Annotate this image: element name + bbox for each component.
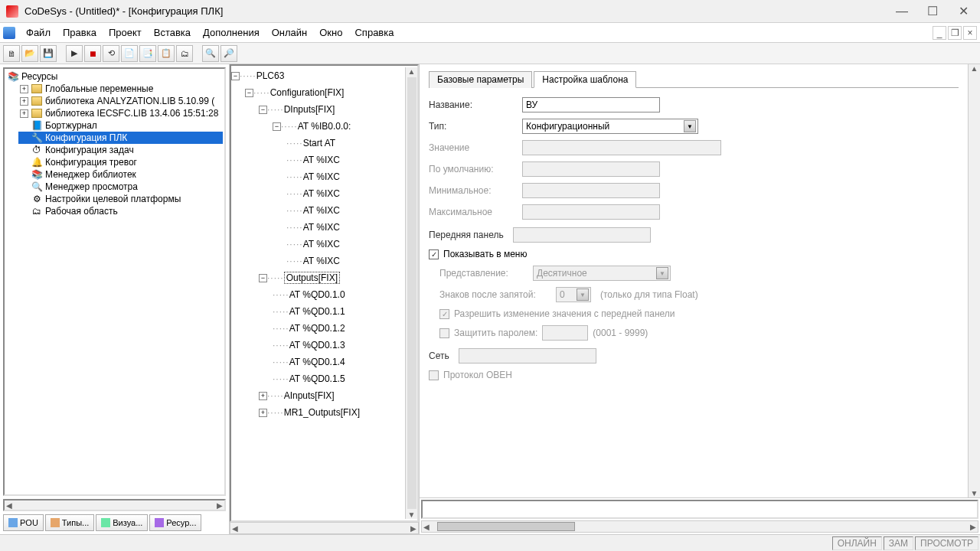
chevron-down-icon: ▼ <box>684 120 696 132</box>
label-protect-pwd: Защитить паролем: <box>454 328 537 338</box>
center-hscroll[interactable]: ◀▶ <box>230 522 419 534</box>
plc-tree-item[interactable]: −·····Outputs[FIX] <box>231 269 405 286</box>
resource-item[interactable]: 🔔Конфигурация тревог <box>18 156 223 168</box>
plc-tree-item[interactable]: ·····AT %QD0.1.5 <box>231 370 405 387</box>
status-view: ПРОСМОТР <box>915 536 978 550</box>
plc-tree-item[interactable]: ·····Start AT <box>231 135 405 152</box>
plc-tree-item[interactable]: ·····AT %IXC <box>231 219 405 236</box>
plc-tree-item[interactable]: −·····DInputs[FIX] <box>231 101 405 118</box>
label-decimals: Знаков после запятой: <box>439 289 547 300</box>
mdi-restore[interactable]: ❐ <box>948 26 962 40</box>
tab-types[interactable]: Типы... <box>45 514 94 531</box>
label-value: Значение <box>429 142 513 153</box>
expander-icon[interactable]: + <box>259 392 267 400</box>
tab-base-params[interactable]: Базовые параметры <box>429 71 532 88</box>
menu-project[interactable]: Проект <box>104 25 146 40</box>
resources-root-label: Ресурсы <box>21 71 57 82</box>
menu-online[interactable]: Онлайн <box>267 25 312 40</box>
plc-tree-item[interactable]: ·····AT %QD0.1.2 <box>231 320 405 337</box>
expander-icon[interactable]: − <box>273 122 281 131</box>
tool-doc2[interactable]: 📑 <box>139 45 156 62</box>
resource-item[interactable]: 📘Бортжурнал <box>18 119 223 132</box>
expander-icon[interactable]: − <box>231 72 240 80</box>
expander-icon[interactable]: + <box>20 109 28 118</box>
resource-item[interactable]: ⚙Настройки целевой платформы <box>18 193 223 205</box>
expander-icon[interactable]: − <box>259 274 267 282</box>
tab-template-settings[interactable]: Настройка шаблона <box>534 71 636 88</box>
plc-config-tree[interactable]: −·····PLC63−·····Configuration[FIX]−····… <box>230 64 419 522</box>
close-button[interactable]: ✕ <box>948 1 978 22</box>
plc-tree-item[interactable]: ·····AT %IXC <box>231 168 405 185</box>
resource-item[interactable]: +Глобальные переменные <box>18 83 223 95</box>
resource-item[interactable]: 📚Менеджер библиотек <box>18 168 223 181</box>
plc-tree-item[interactable]: ·····AT %IXC <box>231 236 405 253</box>
select-type[interactable]: Конфигурационный ▼ <box>522 119 698 134</box>
resource-item[interactable]: 🔧Конфигурация ПЛК <box>18 132 223 144</box>
input-name[interactable] <box>522 97 660 112</box>
input-network <box>459 348 596 364</box>
tool-stop[interactable]: ⏹ <box>84 45 101 62</box>
right-vscroll[interactable]: ▲ ▼ <box>968 64 980 497</box>
plc-tree-item[interactable]: −·····AT %IB0.0.0: <box>231 118 405 135</box>
tool-doc4[interactable]: 🗂 <box>176 45 193 62</box>
tool-find[interactable]: 🔍 <box>202 45 219 62</box>
plc-tree-item[interactable]: −·····Configuration[FIX] <box>231 84 405 101</box>
plc-tree-item[interactable]: ·····AT %IXC <box>231 185 405 202</box>
maximize-button[interactable]: ☐ <box>917 1 948 22</box>
plc-tree-item[interactable]: ·····AT %QD0.1.0 <box>231 286 405 303</box>
mdi-minimize[interactable]: _ <box>933 26 946 40</box>
expander-icon[interactable]: − <box>245 89 253 97</box>
menu-edit[interactable]: Правка <box>58 25 101 40</box>
resource-item[interactable]: 🗂Рабочая область <box>18 205 223 217</box>
plc-tree-label: AT %IB0.0.0: <box>298 121 351 132</box>
resource-item[interactable]: +библиотека ANALYZATION.LIB 5.10.99 ( <box>18 95 223 107</box>
plc-tree-item[interactable]: +·····AInputs[FIX] <box>231 387 405 404</box>
resource-item[interactable]: +библиотека IECSFC.LIB 13.4.06 15:51:28 <box>18 107 223 119</box>
plc-tree-label: AT %IXC <box>303 205 340 216</box>
status-zam: ЗАМ <box>884 536 913 550</box>
tab-pou[interactable]: POU <box>3 514 44 531</box>
minimize-button[interactable]: — <box>887 1 917 22</box>
plc-tree-item[interactable]: ·····AT %IXC <box>231 253 405 269</box>
plc-tree-item[interactable]: −·····PLC63 <box>231 67 405 84</box>
label-min: Минимальное: <box>429 185 513 196</box>
toolbar: 🗎 📂 💾 ▶ ⏹ ⟲ 📄 📑 📋 🗂 🔍 🔎 <box>0 43 980 64</box>
decimals-hint: (только для типа Float) <box>600 289 698 300</box>
tool-find2[interactable]: 🔎 <box>220 45 237 62</box>
resource-item[interactable]: ⏱Конфигурация задач <box>18 144 223 156</box>
plc-tree-item[interactable]: +·····MR1_Outputs[FIX] <box>231 404 405 421</box>
plc-tree-item[interactable]: ·····AT %QD0.1.4 <box>231 354 405 370</box>
tool-run[interactable]: ▶ <box>66 45 83 62</box>
center-vscroll[interactable]: ▲ ▼ <box>405 67 417 519</box>
resource-item[interactable]: 🔍Менеджер просмотра <box>18 181 223 193</box>
select-representation: Десятичное ▼ <box>533 266 671 281</box>
plc-tree-item[interactable]: ·····AT %QD0.1.3 <box>231 337 405 354</box>
message-hscroll[interactable]: ◀▶ <box>421 520 978 533</box>
plc-tree-item[interactable]: ·····AT %IXC <box>231 202 405 219</box>
checkbox-allow-change: ✓ <box>439 309 449 319</box>
tab-resources[interactable]: Ресур... <box>149 514 201 531</box>
tool-doc1[interactable]: 📄 <box>121 45 138 62</box>
menu-file[interactable]: Файл <box>21 25 55 40</box>
tool-step[interactable]: ⟲ <box>103 45 119 62</box>
checkbox-show-menu[interactable]: ✓ <box>429 249 439 259</box>
tab-visu[interactable]: Визуа... <box>96 514 148 531</box>
left-hscroll[interactable]: ◀▶ <box>3 499 226 511</box>
tool-save[interactable]: 💾 <box>40 45 57 62</box>
tool-doc3[interactable]: 📋 <box>158 45 175 62</box>
resources-tree[interactable]: 📚 Ресурсы +Глобальные переменные+библиот… <box>3 67 226 496</box>
expander-icon[interactable]: + <box>20 97 28 106</box>
menu-insert[interactable]: Вставка <box>149 25 195 40</box>
menu-extras[interactable]: Дополнения <box>198 25 264 40</box>
status-online: ОНЛАЙН <box>832 536 882 550</box>
expander-icon[interactable]: + <box>259 409 267 417</box>
menu-help[interactable]: Справка <box>350 25 398 40</box>
expander-icon[interactable]: − <box>259 106 267 114</box>
menu-window[interactable]: Окно <box>315 25 347 40</box>
plc-tree-item[interactable]: ·····AT %QD0.1.1 <box>231 303 405 320</box>
tool-new[interactable]: 🗎 <box>3 45 20 62</box>
mdi-close[interactable]: × <box>963 26 977 40</box>
plc-tree-item[interactable]: ·····AT %IXC <box>231 152 405 168</box>
expander-icon[interactable]: + <box>20 85 28 93</box>
tool-open[interactable]: 📂 <box>21 45 38 62</box>
